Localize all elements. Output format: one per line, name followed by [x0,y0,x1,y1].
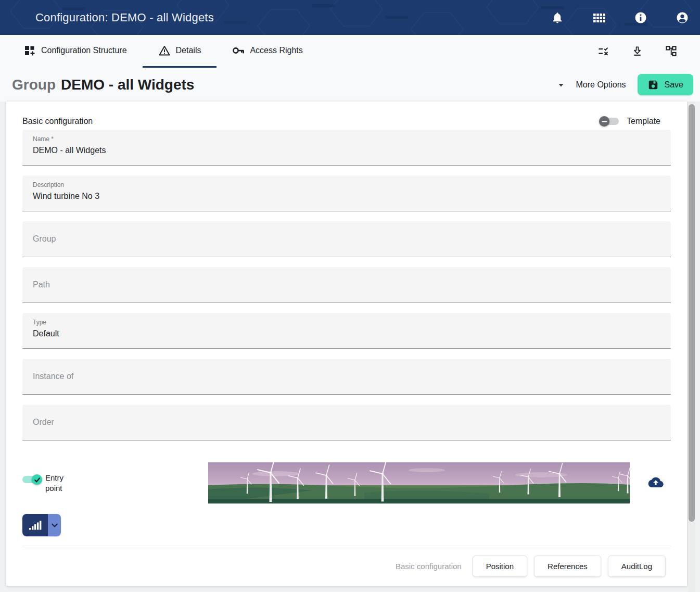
field-value: Default [33,329,660,338]
card-footer: Basic configuration Position References … [22,546,671,586]
order-field[interactable]: Order [22,405,671,440]
field-label: Name * [33,135,660,143]
more-options-button[interactable]: More Options [576,80,626,90]
page-title: GroupDEMO - all Widgets [12,77,194,93]
field-label: Order [33,418,54,427]
bar-chart-icon [29,519,42,532]
header-icon-group [551,11,700,24]
scrollbar-thumb[interactable] [689,104,695,522]
check-icon [34,476,41,483]
field-label: Type [33,319,660,326]
tab-details[interactable]: Details [143,35,217,68]
tab-label: Details [176,46,201,55]
key-icon [232,44,245,57]
entry-point-toggle[interactable]: Entry point [22,476,69,494]
template-switch[interactable] [600,118,619,125]
tab-label: Access Rights [250,46,302,55]
entry-point-label: Entry point [45,473,69,494]
info-icon[interactable] [634,11,647,24]
tree-structure-icon[interactable] [665,45,677,57]
split-dropdown-button[interactable] [48,514,61,536]
page-title-name: DEMO - all Widgets [61,77,194,93]
tab-access-rights[interactable]: Access Rights [217,35,318,68]
references-button[interactable]: References [534,556,601,577]
tab-action-icons [597,45,700,57]
save-button-label: Save [665,80,683,90]
description-field[interactable]: Description Wind turbine No 3 [22,175,671,211]
page-title-row: GroupDEMO - all Widgets More Options Sav… [0,68,700,102]
page-title-prefix: Group [12,77,56,93]
name-field[interactable]: Name * DEMO - all Widgets [22,130,671,166]
dashboard-customize-icon [23,44,36,57]
window-title: Configuration: DEMO - all Widgets [35,11,214,24]
entry-point-row: Entry point [22,462,671,503]
save-button[interactable]: Save [638,74,693,95]
cloud-upload-icon[interactable] [648,475,664,489]
wind-turbines-panorama [208,462,630,503]
field-label: Group [33,234,56,244]
instance-of-field[interactable]: Instance of [22,359,671,395]
position-button[interactable]: Position [473,556,527,577]
app-window: Configuration: DEMO - all Widgets [0,0,700,592]
details-card: Basic configuration Template Name * DEMO… [6,102,687,586]
apps-grid-icon[interactable] [593,11,605,24]
template-switch-thumb [599,116,609,127]
section-header-row: Basic configuration Template [22,113,671,130]
template-toggle-label: Template [627,117,660,126]
field-label: Description [33,181,660,188]
footer-active-section-label: Basic configuration [396,562,462,571]
path-field[interactable]: Path [22,267,671,303]
rule-checklist-icon[interactable] [597,45,609,57]
auditlog-button[interactable]: AuditLog [608,556,666,577]
title-actions: More Options Save [555,74,700,95]
warning-triangle-icon [158,44,171,57]
notifications-bell-icon[interactable] [551,11,564,24]
app-header: Configuration: DEMO - all Widgets [0,0,700,35]
account-icon[interactable] [676,11,689,24]
template-toggle[interactable]: Template [600,117,660,126]
entry-point-switch[interactable] [22,476,41,483]
chevron-down-icon [50,521,59,530]
download-icon[interactable] [631,45,643,57]
type-field[interactable]: Type Default [22,313,671,349]
floppy-save-icon [647,79,659,91]
entry-point-switch-thumb [32,474,42,485]
widget-type-split-button [22,514,61,536]
field-label: Path [33,280,50,289]
field-value: DEMO - all Widgets [33,146,660,155]
tab-configuration-structure[interactable]: Configuration Structure [8,35,143,68]
section-title: Basic configuration [22,117,93,126]
tab-label: Configuration Structure [41,46,127,55]
group-field[interactable]: Group [22,221,671,257]
bar-chart-button[interactable] [22,514,48,536]
minus-icon [602,119,607,124]
tab-bar: Configuration Structure Details Access R… [0,35,700,68]
field-value: Wind turbine No 3 [33,192,660,201]
field-label: Instance of [33,372,73,381]
chevron-down-icon[interactable] [555,79,567,91]
